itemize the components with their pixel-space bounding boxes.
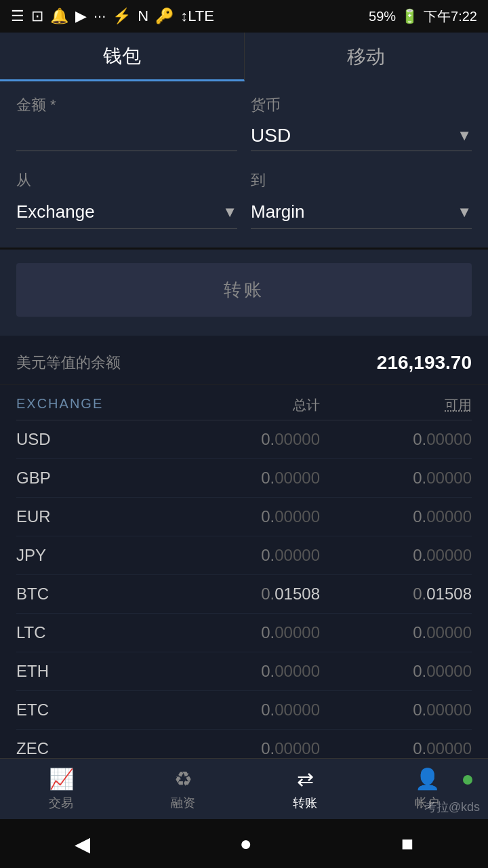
table-row: ETH0.000000.00000 — [16, 652, 472, 691]
table-row: USD0.000000.00000 — [16, 420, 472, 459]
cell-total: 0.00000 — [168, 469, 320, 488]
cell-currency-name: BTC — [16, 585, 168, 604]
recent-button[interactable]: ■ — [401, 832, 413, 855]
cell-available: 0.00000 — [320, 701, 472, 719]
cell-currency-name: JPY — [16, 546, 168, 565]
from-value: Exchange — [16, 201, 222, 222]
cell-currency-name: EUR — [16, 507, 168, 526]
currency-value: USD — [251, 125, 457, 146]
cell-available: 0.00000 — [320, 623, 472, 642]
currency-select[interactable]: USD ▼ — [251, 121, 472, 151]
col-total-header: 总计 — [168, 396, 320, 414]
cell-currency-name: ZEC — [16, 739, 168, 758]
from-label: 从 — [16, 170, 237, 191]
cell-available: 0.00000 — [320, 739, 472, 758]
time-text: 下午7:22 — [424, 7, 477, 26]
table-row: EUR0.000000.00000 — [16, 498, 472, 536]
amount-input[interactable] — [16, 121, 237, 151]
transfer-form: 金额 * 货币 USD ▼ 从 Exchange ▼ 到 Margin ▼ — [0, 81, 488, 249]
to-field: 到 Margin ▼ — [251, 170, 472, 229]
cell-available: 0.00000 — [320, 430, 472, 449]
key-icon: 🔑 — [155, 7, 174, 25]
nav-item-trade[interactable]: 📈 交易 — [0, 767, 122, 811]
back-button[interactable]: ◀ — [75, 832, 90, 856]
battery-icon: 🔋 — [401, 8, 418, 24]
transfer-button[interactable]: 转账 — [16, 263, 472, 317]
from-field: 从 Exchange ▼ — [16, 170, 237, 229]
balance-section: 美元等值的余额 216,193.70 — [0, 336, 488, 385]
to-label: 到 — [251, 170, 472, 191]
cell-total: 0.01508 — [168, 585, 320, 604]
cell-total: 0.00000 — [168, 507, 320, 526]
cell-total: 0.00000 — [168, 739, 320, 758]
cell-available: 0.00000 — [320, 507, 472, 526]
battery-text: 59% — [369, 9, 396, 24]
menu-icon: ☰ — [11, 7, 24, 25]
tab-move[interactable]: 移动 — [245, 33, 489, 81]
currency-field: 货币 USD ▼ — [251, 95, 472, 151]
cell-currency-name: USD — [16, 430, 168, 449]
amount-field: 金额 * — [16, 95, 237, 151]
cell-available: 0.00000 — [320, 662, 472, 681]
transfer-icon: ⇄ — [297, 767, 314, 791]
cast-icon: ▶ — [75, 7, 87, 25]
cell-currency-name: GBP — [16, 469, 168, 488]
cell-total: 0.00000 — [168, 623, 320, 642]
from-select[interactable]: Exchange ▼ — [16, 196, 237, 229]
cell-total: 0.00000 — [168, 546, 320, 565]
amount-currency-row: 金额 * 货币 USD ▼ — [16, 95, 472, 151]
cell-total: 0.00000 — [168, 662, 320, 681]
cell-available: 0.01508 — [320, 585, 472, 604]
more-icon: ··· — [94, 7, 106, 25]
signal-icon: ↕LTE — [180, 7, 214, 25]
from-dropdown-arrow: ▼ — [222, 203, 237, 221]
notification-icon: 🔔 — [50, 7, 68, 25]
table-row: LTC0.000000.00000 — [16, 614, 472, 652]
nfc-icon: N — [138, 7, 148, 25]
home-button[interactable]: ● — [239, 832, 251, 855]
status-right: 59% 🔋 下午7:22 — [369, 7, 477, 26]
finance-icon: ♻ — [174, 767, 192, 791]
balance-row: 美元等值的余额 216,193.70 — [16, 352, 472, 374]
bottom-nav: 📈 交易 ♻ 融资 ⇄ 转账 👤 帐户 — [0, 758, 488, 819]
table-row: BTC0.015080.01508 — [16, 575, 472, 614]
tab-wallet[interactable]: 钱包 — [0, 33, 245, 81]
currency-dropdown-arrow: ▼ — [457, 127, 472, 144]
cell-total: 0.00000 — [168, 430, 320, 449]
balance-value: 216,193.70 — [377, 352, 472, 374]
balance-label: 美元等值的余额 — [16, 353, 121, 373]
table-row: GBP0.000000.00000 — [16, 459, 472, 498]
cell-available: 0.00000 — [320, 546, 472, 565]
table-row: JPY0.000000.00000 — [16, 536, 472, 575]
status-left: ☰ ⊡ 🔔 ▶ ··· ⚡ N 🔑 ↕LTE — [11, 7, 214, 25]
cell-available: 0.00000 — [320, 469, 472, 488]
trade-icon: 📈 — [49, 767, 74, 791]
bluetooth-icon: ⚡ — [113, 7, 131, 25]
nav-item-transfer[interactable]: ⇄ 转账 — [244, 767, 366, 811]
account-icon: 👤 — [415, 767, 440, 791]
to-dropdown-arrow: ▼ — [457, 203, 472, 221]
top-tab-bar: 钱包 移动 — [0, 33, 488, 81]
transfer-button-wrapper: 转账 — [0, 249, 488, 336]
cell-total: 0.00000 — [168, 701, 320, 719]
nav-item-finance[interactable]: ♻ 融资 — [122, 767, 244, 811]
cell-currency-name: LTC — [16, 623, 168, 642]
amount-label: 金额 * — [16, 95, 237, 115]
android-nav: ◀ ● ■ — [0, 819, 488, 868]
to-value: Margin — [251, 201, 457, 222]
app-icon: ⊡ — [31, 7, 43, 25]
account-notification-dot — [463, 775, 472, 785]
col-available-header: 可用 — [320, 396, 472, 414]
status-bar: ☰ ⊡ 🔔 ▶ ··· ⚡ N 🔑 ↕LTE 59% 🔋 下午7:22 — [0, 0, 488, 33]
currency-label: 货币 — [251, 95, 472, 115]
from-to-row: 从 Exchange ▼ 到 Margin ▼ — [16, 170, 472, 229]
cell-currency-name: ETH — [16, 662, 168, 681]
cell-currency-name: ETC — [16, 701, 168, 719]
table-row: ETC0.000000.00000 — [16, 691, 472, 730]
to-select[interactable]: Margin ▼ — [251, 196, 472, 229]
table-header: EXCHANGE 总计 可用 — [16, 385, 472, 420]
col-section-title: EXCHANGE — [16, 396, 168, 414]
watermark: 考拉@kds — [424, 799, 480, 815]
